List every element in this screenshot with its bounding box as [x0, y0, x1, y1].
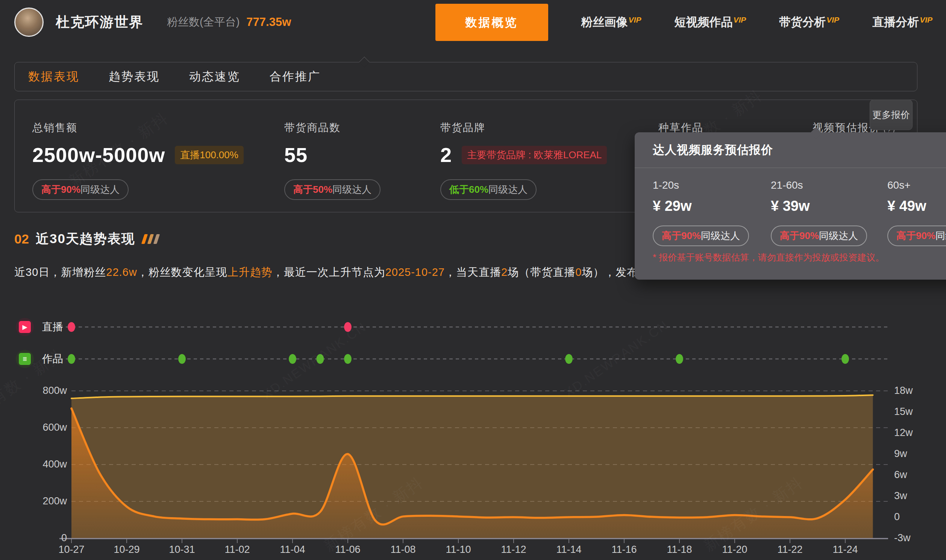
nav-fans-portrait[interactable]: 粉丝画像VIP: [581, 14, 641, 30]
stat-brand-count: 带货品牌 2 主要带货品牌 : 欧莱雅LOREAL 低于60%同级达人: [440, 100, 607, 200]
stat-label: 总销售额: [32, 121, 243, 135]
legend-row-live: ▶ 直播: [16, 317, 63, 337]
event-dot: [841, 354, 849, 364]
triple-bars-icon: [143, 234, 161, 244]
tab-caret-notch: [359, 57, 370, 67]
more-quotes-button[interactable]: 更多报价: [870, 100, 912, 130]
popup-columns: 1-20s ¥ 29w 高于90%同级达人 21-60s ¥ 39w 高于90%…: [653, 168, 946, 251]
analytics-dashboard: 杜克环游世界 粉丝数(全平台) 777.35w 数据概览 粉丝画像VIP 短视频…: [0, 0, 946, 560]
rank-pill: 高于90%同级达人: [32, 179, 129, 200]
event-dot: [344, 322, 351, 332]
sub-tab-bar: 数据表现 趋势表现 动态速览 合作推广: [14, 62, 917, 91]
event-dot: [289, 354, 296, 364]
event-dot: [68, 322, 75, 332]
x-axis-tick: 11-02: [211, 544, 263, 555]
popup-title: 达人视频服务预估报价: [653, 142, 946, 158]
highlight-text: 上升趋势: [228, 266, 273, 278]
stat-product-count: 带货商品数 55 高于50%同级达人: [284, 100, 381, 200]
left-axis-tick: 800w: [22, 385, 67, 397]
right-axis-tick: 0: [894, 511, 900, 523]
tab-dynamic-overview[interactable]: 动态速览: [187, 69, 242, 85]
stat-value: 55: [284, 143, 308, 166]
video-quote-popup: 达人视频服务预估报价 1-20s ¥ 29w 高于90%同级达人 21-60s …: [635, 132, 946, 280]
nav-short-video[interactable]: 短视频作品VIP: [674, 14, 746, 30]
x-axis-tick: 11-10: [432, 544, 485, 555]
stat-label: 带货商品数: [284, 121, 381, 135]
vip-badge: VIP: [629, 15, 641, 24]
event-dot: [676, 354, 683, 364]
highlight-text: 2: [501, 266, 508, 278]
event-dot: [344, 354, 351, 364]
x-axis-tick: 11-22: [764, 544, 816, 555]
right-axis-tick: 6w: [894, 469, 907, 481]
event-dot: [317, 354, 324, 364]
event-dot: [68, 354, 75, 364]
stat-value: 2: [440, 143, 452, 166]
legend-label-works: 作品: [42, 352, 63, 366]
right-axis-tick: 3w: [894, 490, 907, 502]
legend-row-works: ≣ 作品: [16, 349, 63, 369]
plain-text: 近30日，新增粉丝: [14, 266, 106, 278]
section-title: 近30天趋势表现: [36, 230, 136, 248]
event-dot: [178, 354, 186, 364]
main-brand-badge: 主要带货品牌 : 欧莱雅LOREAL: [462, 146, 607, 164]
plain-text: ，粉丝数变化呈现: [137, 266, 228, 278]
stat-label: 带货品牌: [440, 121, 607, 135]
rank-pill: 高于90%同级达人: [653, 226, 749, 246]
x-axis-tick: 11-04: [266, 544, 319, 555]
right-axis-tick: 9w: [894, 448, 907, 460]
vip-badge: VIP: [733, 15, 746, 24]
trend-chart-svg: [0, 312, 946, 560]
right-axis-tick: -3w: [894, 532, 911, 544]
x-axis-tick: 11-24: [819, 544, 872, 555]
x-axis-tick: 10-31: [156, 544, 208, 555]
quote-col-short: 1-20s ¥ 29w 高于90%同级达人: [653, 179, 766, 246]
fans-value: 777.35w: [246, 15, 291, 29]
x-axis-tick: 11-08: [377, 544, 429, 555]
avatar[interactable]: [14, 8, 44, 37]
legend-label-live: 直播: [42, 320, 63, 334]
plain-text: ，当天直播: [445, 266, 501, 278]
stat-total-sales: 总销售额 2500w-5000w 直播100.00% 高于90%同级达人: [32, 100, 243, 200]
section-number: 02: [14, 232, 29, 246]
tab-trend-performance[interactable]: 趋势表现: [106, 69, 162, 85]
x-axis-tick: 11-06: [322, 544, 374, 555]
right-axis-tick: 18w: [894, 385, 913, 397]
trend-chart: ▶ 直播 ≣ 作品 10-2710-2910-3111-0211-0411-06…: [0, 312, 946, 560]
right-axis-tick: 15w: [894, 406, 913, 418]
x-axis-tick: 11-14: [542, 544, 595, 555]
nav-data-overview[interactable]: 数据概览: [435, 4, 548, 41]
tab-cooperation[interactable]: 合作推广: [267, 69, 323, 85]
account-name: 杜克环游世界: [55, 13, 143, 32]
plain-text: 场（带货直播: [508, 266, 575, 278]
highlight-text: 22.6w: [106, 266, 137, 278]
vip-badge: VIP: [920, 15, 932, 24]
x-axis-tick: 11-20: [709, 544, 761, 555]
top-nav: 数据概览 粉丝画像VIP 短视频作品VIP 带货分析VIP 直播分析VIP: [435, 0, 932, 44]
fans-label: 粉丝数(全平台): [167, 15, 239, 30]
trend-summary-text: 近30日，新增粉丝22.6w，粉丝数变化呈现上升趋势，最近一次上升节点为2025…: [14, 265, 678, 280]
x-axis-tick: 11-18: [653, 544, 706, 555]
live-icon: ▶: [16, 318, 34, 336]
x-axis-tick: 11-12: [487, 544, 540, 555]
left-axis-tick: 600w: [22, 422, 67, 433]
quote-col-long: 60s+ ¥ 49w 高于90%同级达人: [887, 179, 946, 246]
rank-pill: 低于60%同级达人: [440, 179, 536, 200]
quote-col-mid: 21-60s ¥ 39w 高于90%同级达人: [771, 179, 884, 246]
event-dot: [565, 354, 573, 364]
nav-commerce-analysis[interactable]: 带货分析VIP: [779, 14, 839, 30]
live-share-badge: 直播100.00%: [175, 146, 243, 164]
left-axis-tick: 400w: [22, 458, 67, 470]
x-axis-tick: 11-16: [598, 544, 650, 555]
section-02-header: 02 近30天趋势表现: [14, 230, 161, 248]
nav-live-analysis[interactable]: 直播分析VIP: [872, 14, 932, 30]
right-axis-tick: 12w: [894, 427, 913, 438]
x-axis-tick: 10-27: [45, 544, 98, 555]
header-bar: 杜克环游世界 粉丝数(全平台) 777.35w 数据概览 粉丝画像VIP 短视频…: [0, 0, 946, 44]
highlight-text: 0: [575, 266, 582, 278]
left-axis-tick: 0: [22, 532, 67, 544]
rank-pill: 高于90%同级达人: [771, 226, 867, 246]
vip-badge: VIP: [826, 15, 839, 24]
tab-data-performance[interactable]: 数据表现: [26, 69, 82, 85]
left-axis-tick: 200w: [22, 495, 67, 507]
